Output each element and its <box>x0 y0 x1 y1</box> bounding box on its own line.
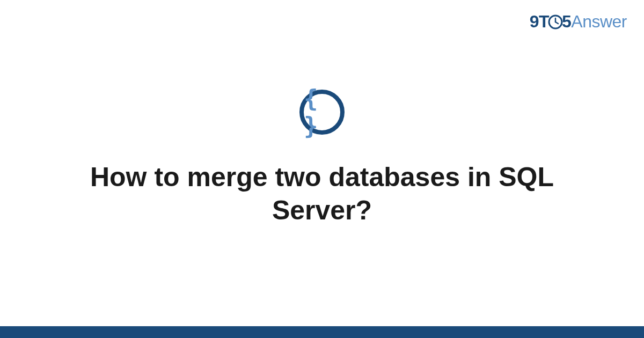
question-title: How to merge two databases in SQL Server… <box>54 160 590 227</box>
site-logo: 9T5Answer <box>530 12 627 32</box>
logo-text-9t: 9T <box>530 12 549 31</box>
code-braces-icon: { } <box>304 85 340 139</box>
main-content: { } How to merge two databases in SQL Se… <box>0 0 644 338</box>
footer-bar <box>0 326 644 338</box>
logo-text-answer: Answer <box>571 12 627 31</box>
category-icon-circle: { } <box>299 90 345 135</box>
clock-icon <box>548 14 563 30</box>
logo-text-5: 5 <box>562 12 571 31</box>
svg-line-2 <box>555 22 558 24</box>
